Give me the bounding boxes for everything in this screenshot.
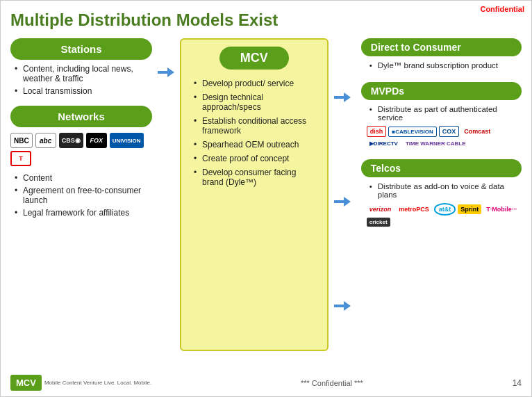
footer-logo: MCV Mobile Content Venture Live. Local. …: [10, 375, 151, 391]
mcv-bullet-4: Spearhead OEM outreach: [192, 138, 319, 152]
mcv-bullet-2: Design technical approach/specs: [192, 90, 319, 114]
footer-confidential: *** Confidential ***: [151, 379, 512, 387]
telcos-section: Telcos Distribute as add-on to voice & d…: [361, 159, 522, 227]
footer: MCV Mobile Content Venture Live. Local. …: [1, 375, 531, 391]
left-to-center-arrow: [158, 38, 174, 351]
stations-bullet-2: Local transmission: [13, 85, 152, 97]
arrow-to-dtc: [334, 92, 356, 102]
networks-bullets: Content Agreement on free-to-consumer la…: [10, 172, 152, 219]
sprint-logo: Sprint: [458, 204, 481, 214]
stations-bullets: Content, including local news, weather &…: [10, 63, 152, 97]
right-column: Direct to Consumer Dyle™ brand subscript…: [361, 38, 522, 351]
cox-logo: COX: [439, 126, 460, 137]
telcos-content: Distribute as add-on to voice & data pla…: [361, 182, 522, 227]
mcv-title: MCV: [219, 47, 289, 70]
mvpds-logos: dish ■CABLEVISION COX Comcast ▶DIRECTV T…: [367, 126, 522, 148]
left-center-arrow: [158, 67, 174, 77]
twc-logo: TIME WARNER CABLE: [403, 139, 469, 148]
mvpds-bullet-1: Distribute as part of authenticated serv…: [369, 105, 522, 123]
cbs-logo: CBS◉: [59, 133, 83, 148]
left-column: Stations Content, including local news, …: [10, 38, 152, 351]
telcos-logos: verizon metroPCS at&t Sprint T·Mobile···…: [367, 203, 522, 227]
cablevision-logo: ■CABLEVISION: [388, 127, 437, 137]
mcv-box: MCV Develop product/ service Design tech…: [180, 38, 329, 351]
stations-label: Stations: [10, 38, 152, 60]
telcos-bullets: Distribute as add-on to voice & data pla…: [367, 182, 522, 200]
arrow-to-telcos: [334, 301, 356, 311]
mcv-bullet-1: Develop product/ service: [192, 76, 319, 90]
dtc-content: Dyle™ brand subscription product: [361, 61, 522, 71]
cricket-logo: cricket: [367, 218, 390, 227]
slide-title: Multiple Distribution Models Exist: [10, 10, 522, 30]
mcv-bullets: Develop product/ service Design technica…: [190, 76, 319, 189]
main-content: Stations Content, including local news, …: [10, 38, 522, 351]
confidential-top-label: Confidential: [480, 5, 524, 13]
stations-box: Stations Content, including local news, …: [10, 38, 152, 97]
arrow-line: [158, 71, 167, 74]
nbc-logo: NBC: [10, 133, 33, 148]
telcos-bullet-1: Distribute as add-on to voice & data pla…: [369, 182, 522, 200]
network-logos: NBC abc CBS◉ FOX UNIVISION T: [10, 133, 152, 166]
dtc-section: Direct to Consumer Dyle™ brand subscript…: [361, 38, 522, 71]
univision-logo: UNIVISION: [110, 133, 144, 148]
tmobile-logo: T·Mobile···: [483, 204, 519, 214]
slide: Confidential Multiple Distribution Model…: [0, 0, 532, 397]
networks-box: Networks NBC abc CBS◉ FOX UNIVISION T Co…: [10, 106, 152, 219]
networks-bullet-3: Legal framework for affiliates: [13, 206, 152, 219]
mcv-footer-logo: MCV: [10, 375, 42, 391]
mvpds-label: MVPDs: [361, 82, 522, 100]
networks-bullet-2: Agreement on free-to-consumer launch: [13, 184, 152, 206]
arrow-head: [167, 67, 174, 77]
directv-logo: ▶DIRECTV: [367, 139, 401, 148]
dtc-bullets: Dyle™ brand subscription product: [367, 61, 522, 71]
stations-bullet-1: Content, including local news, weather &…: [13, 63, 152, 85]
metropcs-logo: metroPCS: [396, 204, 432, 214]
mcv-title-wrap: MCV: [190, 47, 319, 70]
telcos-label: Telcos: [361, 159, 522, 177]
dish-logo: dish: [367, 126, 387, 137]
comcast-logo: Comcast: [461, 127, 493, 136]
abc-logo: abc: [35, 133, 56, 148]
att-logo: at&t: [434, 203, 456, 216]
footer-logo-subtext: Mobile Content Venture Live. Local. Mobi…: [44, 380, 151, 386]
mcv-bullet-3: Establish conditional access framework: [192, 114, 319, 138]
networks-bullet-1: Content: [13, 172, 152, 184]
arrow-to-mvpds: [334, 197, 356, 206]
mvpds-section: MVPDs Distribute as part of authenticate…: [361, 82, 522, 148]
mvpds-bullets: Distribute as part of authenticated serv…: [367, 105, 522, 123]
dtc-label: Direct to Consumer: [361, 38, 522, 56]
telemundo-logo: T: [10, 151, 31, 166]
verizon-logo: verizon: [367, 204, 394, 214]
fox-logo: FOX: [86, 133, 107, 148]
networks-label: Networks: [10, 106, 152, 127]
dtc-bullet-1: Dyle™ brand subscription product: [369, 61, 522, 71]
mcv-bullet-5: Create proof of concept: [192, 152, 319, 165]
center-to-right-arrows: [334, 38, 356, 351]
mcv-bullet-6: Develop consumer facing brand (Dyle™): [192, 165, 319, 189]
footer-page-number: 14: [513, 378, 522, 388]
center-column: MCV Develop product/ service Design tech…: [180, 38, 329, 351]
mvpds-content: Distribute as part of authenticated serv…: [361, 105, 522, 148]
